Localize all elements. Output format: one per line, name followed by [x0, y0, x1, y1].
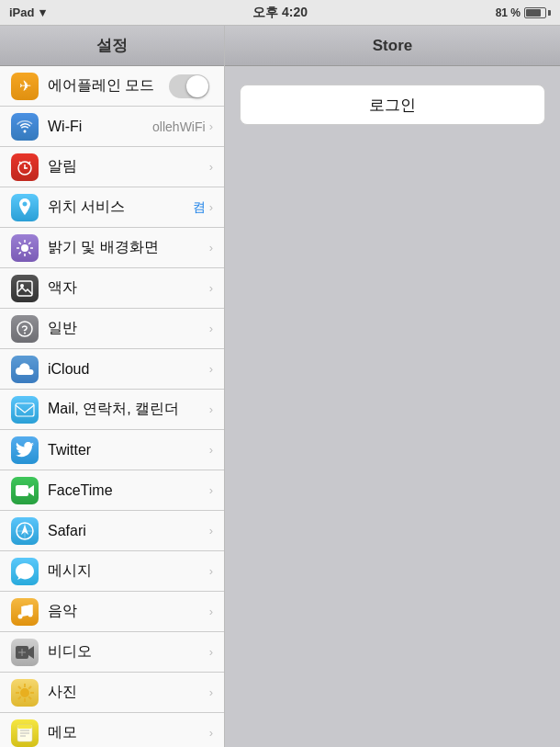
icloud-label: iCloud	[48, 361, 206, 378]
sidebar-item-wifi[interactable]: Wi-Fi ollehWiFi ›	[0, 107, 224, 147]
music-icon	[11, 598, 39, 626]
svg-line-39	[28, 685, 31, 688]
safari-arrow: ›	[209, 524, 213, 538]
notes-label: 메모	[48, 723, 206, 742]
status-right: 81 %	[496, 6, 551, 19]
svg-point-32	[20, 688, 29, 697]
svg-point-27	[18, 614, 23, 618]
twitter-arrow: ›	[209, 443, 213, 457]
sidebar-item-general[interactable]: 일반 ›	[0, 309, 224, 349]
sidebar-item-notes[interactable]: 메모 ›	[0, 713, 224, 747]
safari-label: Safari	[48, 523, 206, 539]
sidebar-item-icloud[interactable]: iCloud ›	[0, 349, 224, 390]
sidebar-item-brightness[interactable]: 밝기 및 배경화면 ›	[0, 228, 224, 268]
notes-arrow: ›	[209, 726, 213, 740]
svg-line-14	[19, 252, 21, 254]
photos-label: 사진	[48, 683, 206, 702]
sidebar-title: 설정	[96, 35, 128, 56]
facetime-label: FaceTime	[48, 482, 206, 499]
login-button[interactable]: 로그인	[240, 85, 545, 125]
photos-icon	[11, 679, 39, 707]
icloud-icon	[11, 356, 39, 383]
main-container: 설정 ✈ 에어플레인 모드 Wi-Fi ollehWiFi ›	[0, 26, 560, 747]
sidebar-item-alarm[interactable]: 알림 ›	[0, 147, 224, 187]
wifi-arrow: ›	[209, 119, 213, 133]
sidebar-item-airplane[interactable]: ✈ 에어플레인 모드	[0, 66, 224, 107]
brightness-icon	[11, 234, 39, 262]
sidebar-item-photoframe[interactable]: 액자 ›	[0, 268, 224, 309]
wifi-label: Wi-Fi	[48, 119, 152, 135]
svg-point-6	[21, 244, 28, 252]
sidebar-header: 설정	[0, 26, 224, 66]
status-time: 오후 4:20	[252, 5, 308, 21]
sidebar-item-mail[interactable]: Mail, 연락처, 캘린더 ›	[0, 390, 224, 430]
airplane-icon: ✈	[11, 73, 39, 100]
svg-line-38	[28, 696, 31, 699]
photoframe-arrow: ›	[209, 281, 213, 295]
music-arrow: ›	[209, 605, 213, 618]
svg-line-12	[28, 252, 30, 254]
svg-rect-15	[17, 281, 32, 296]
battery-indicator	[524, 7, 551, 18]
sidebar-item-messages[interactable]: 메시지 ›	[0, 551, 224, 592]
sidebar-item-location[interactable]: 위치 서비스 켬 ›	[0, 187, 224, 228]
device-name: iPad	[9, 6, 34, 19]
wifi-status-icon: ▾	[39, 6, 46, 19]
battery-percentage: 81 %	[496, 6, 521, 19]
icloud-arrow: ›	[209, 362, 213, 376]
right-panel-title: Store	[373, 37, 412, 55]
sidebar: 설정 ✈ 에어플레인 모드 Wi-Fi ollehWiFi ›	[0, 26, 225, 747]
airplane-label: 에어플레인 모드	[48, 76, 169, 96]
general-label: 일반	[48, 319, 206, 338]
svg-line-37	[18, 685, 21, 688]
sidebar-item-twitter[interactable]: Twitter ›	[0, 430, 224, 470]
wifi-value: ollehWiFi	[152, 119, 206, 134]
music-label: 음악	[48, 602, 206, 621]
safari-icon	[11, 517, 39, 545]
alarm-icon	[11, 153, 39, 181]
status-left: iPad ▾	[9, 6, 46, 19]
sidebar-item-video[interactable]: 비디오 ›	[0, 632, 224, 673]
alarm-label: 알림	[48, 157, 206, 176]
sidebar-item-safari[interactable]: Safari ›	[0, 511, 224, 551]
video-icon	[11, 639, 39, 666]
location-value: 켬	[193, 199, 206, 216]
twitter-icon	[11, 436, 39, 464]
airplane-toggle[interactable]	[169, 74, 209, 98]
svg-rect-45	[17, 725, 32, 729]
mail-icon	[11, 396, 39, 424]
status-bar: iPad ▾ 오후 4:20 81 %	[0, 0, 560, 26]
photoframe-label: 액자	[48, 278, 206, 298]
video-label: 비디오	[48, 642, 206, 662]
svg-point-3	[24, 167, 26, 169]
general-icon	[11, 315, 39, 343]
svg-point-18	[24, 332, 26, 334]
right-panel-header: Store	[225, 26, 560, 66]
brightness-label: 밝기 및 배경화면	[48, 238, 206, 257]
brightness-arrow: ›	[209, 241, 213, 255]
notes-icon	[11, 719, 39, 747]
messages-label: 메시지	[48, 561, 206, 581]
wifi-icon	[11, 113, 39, 141]
twitter-label: Twitter	[48, 442, 206, 458]
sidebar-item-facetime[interactable]: FaceTime ›	[0, 470, 224, 511]
svg-rect-20	[16, 485, 28, 496]
right-panel: Store 로그인	[225, 26, 560, 747]
location-label: 위치 서비스	[48, 198, 193, 217]
svg-point-17	[17, 322, 32, 336]
location-icon	[11, 194, 39, 221]
sidebar-item-photos[interactable]: 사진 ›	[0, 673, 224, 713]
svg-line-11	[19, 242, 21, 243]
sidebar-item-music[interactable]: 음악 ›	[0, 592, 224, 632]
facetime-arrow: ›	[209, 483, 213, 497]
video-arrow: ›	[209, 645, 213, 659]
facetime-icon	[11, 477, 39, 504]
svg-rect-19	[16, 403, 34, 416]
messages-icon	[11, 558, 39, 585]
location-arrow: ›	[209, 200, 213, 214]
photoframe-icon	[11, 275, 39, 302]
svg-point-28	[28, 612, 33, 617]
svg-line-40	[18, 696, 21, 699]
mail-arrow: ›	[209, 402, 213, 416]
mail-label: Mail, 연락처, 캘린더	[48, 400, 206, 419]
